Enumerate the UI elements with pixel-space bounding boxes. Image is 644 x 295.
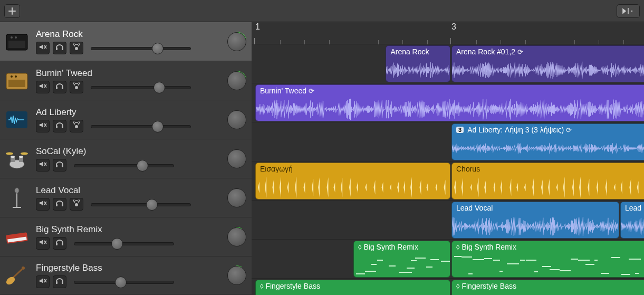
headphones-icon <box>55 199 64 209</box>
input-monitor-icon <box>72 82 81 92</box>
solo-button[interactable] <box>53 237 66 250</box>
region-content <box>452 214 619 239</box>
mute-button[interactable] <box>36 198 50 211</box>
ruler-tick <box>427 40 428 44</box>
svg-rect-13 <box>62 87 63 89</box>
region-content <box>452 175 644 199</box>
midi-loop-icon: ◊ <box>456 282 459 290</box>
region-label: Fingerstyle Bass <box>462 282 516 290</box>
track-name-label: SoCal (Kyle) <box>36 146 219 157</box>
mute-button[interactable] <box>36 159 50 172</box>
track-instrument-icon <box>3 28 31 55</box>
solo-button[interactable] <box>53 159 66 172</box>
region[interactable]: 3 Ad Liberty: Λήψη 3 (3 λήψεις) ⟳ <box>451 123 644 160</box>
svg-rect-35 <box>56 243 57 245</box>
svg-rect-30 <box>56 204 57 206</box>
svg-rect-26 <box>56 165 57 167</box>
svg-point-22 <box>11 156 15 158</box>
input-monitor-icon <box>72 121 81 131</box>
mute-icon <box>39 43 47 53</box>
volume-slider[interactable] <box>91 121 191 131</box>
timeline[interactable]: 1357 Arena Rock Arena Rock #01,2 ⟳ Burni… <box>252 22 644 295</box>
volume-slider[interactable] <box>74 160 174 170</box>
svg-rect-31 <box>62 204 63 206</box>
track-header[interactable]: Arena Rock <box>0 22 252 61</box>
region[interactable]: Lead <box>620 202 644 239</box>
pan-knob[interactable] <box>226 187 247 208</box>
pan-knob[interactable] <box>226 265 247 286</box>
region-label: Arena Rock <box>390 47 429 56</box>
volume-slider[interactable] <box>91 43 191 53</box>
region-header: Lead <box>621 202 644 214</box>
volume-slider[interactable] <box>91 82 191 92</box>
input-monitor-button[interactable] <box>70 42 83 54</box>
mute-button[interactable] <box>36 237 50 250</box>
ruler-tick <box>476 40 477 44</box>
region[interactable]: ◊ Fingerstyle Bass <box>255 280 450 295</box>
region[interactable]: ◊ Big Synth Remix <box>353 241 450 278</box>
region-label: Arena Rock #01,2 <box>456 47 515 56</box>
track-header[interactable]: Big Synth Remix <box>0 217 252 256</box>
region[interactable]: ◊ Fingerstyle Bass <box>451 280 644 295</box>
region-content <box>256 175 450 199</box>
track-header[interactable]: Fingerstyle Bass <box>0 256 252 294</box>
region[interactable]: Lead Vocal <box>451 202 619 239</box>
region-content <box>386 58 450 82</box>
solo-button[interactable] <box>53 120 66 132</box>
track-header[interactable]: Lead Vocal <box>0 178 252 217</box>
input-monitor-button[interactable] <box>70 81 83 93</box>
pan-knob[interactable] <box>226 31 247 52</box>
ruler[interactable]: 1357 <box>252 22 644 44</box>
solo-button[interactable] <box>53 198 66 211</box>
mute-button[interactable] <box>36 42 50 54</box>
catch-playhead-button[interactable] <box>617 4 640 18</box>
solo-button[interactable] <box>53 81 66 93</box>
region-label: Ad Liberty: Λήψη 3 (3 λήψεις) <box>467 126 564 134</box>
region-header: ◊ Big Synth Remix <box>452 241 644 253</box>
mute-button[interactable] <box>36 120 50 132</box>
region[interactable]: ◊ Big Synth Remix <box>451 241 644 278</box>
headphones-icon <box>55 121 64 131</box>
region-content <box>354 253 450 278</box>
region[interactable]: Burnin' Tweed ⟳ <box>255 84 644 121</box>
ruler-tick <box>599 40 599 44</box>
loop-icon: ⟳ <box>566 126 572 134</box>
pan-knob[interactable] <box>226 148 247 169</box>
pan-knob[interactable] <box>226 109 247 130</box>
track-name-label: Lead Vocal <box>36 185 219 196</box>
toolbar <box>0 0 644 22</box>
track-header[interactable]: SoCal (Kyle) <box>0 139 252 178</box>
svg-point-7 <box>75 47 78 50</box>
svg-rect-40 <box>62 281 63 284</box>
ruler-tick <box>304 40 305 44</box>
mute-button[interactable] <box>36 275 50 288</box>
add-track-button[interactable] <box>4 4 20 18</box>
pan-knob[interactable] <box>226 70 247 91</box>
track-header[interactable]: Ad Liberty <box>0 100 252 139</box>
region[interactable]: Chorus <box>451 163 644 199</box>
midi-loop-icon: ◊ <box>260 282 263 290</box>
ruler-tick <box>525 40 526 44</box>
svg-rect-2 <box>8 41 25 48</box>
volume-slider[interactable] <box>74 277 174 287</box>
track-instrument-icon <box>3 223 31 251</box>
region[interactable]: Arena Rock <box>386 45 450 82</box>
pan-knob[interactable] <box>226 226 247 248</box>
volume-slider[interactable] <box>74 239 174 248</box>
region-content <box>452 136 644 160</box>
mute-icon <box>39 199 47 209</box>
input-monitor-button[interactable] <box>70 198 83 211</box>
input-monitor-button[interactable] <box>70 120 83 132</box>
solo-button[interactable] <box>53 275 66 288</box>
region[interactable]: Arena Rock #01,2 ⟳ <box>451 45 644 82</box>
track-header[interactable]: Burnin' Tweed <box>0 61 252 100</box>
volume-slider[interactable] <box>91 199 191 209</box>
mute-button[interactable] <box>36 81 50 93</box>
region[interactable]: Εισαγωγή <box>255 163 450 199</box>
solo-button[interactable] <box>53 42 66 54</box>
region-header: Chorus <box>452 163 644 175</box>
region-content <box>256 97 644 121</box>
mute-icon <box>39 82 47 92</box>
region-label: Burnin' Tweed <box>260 87 306 95</box>
region-content <box>452 292 644 295</box>
